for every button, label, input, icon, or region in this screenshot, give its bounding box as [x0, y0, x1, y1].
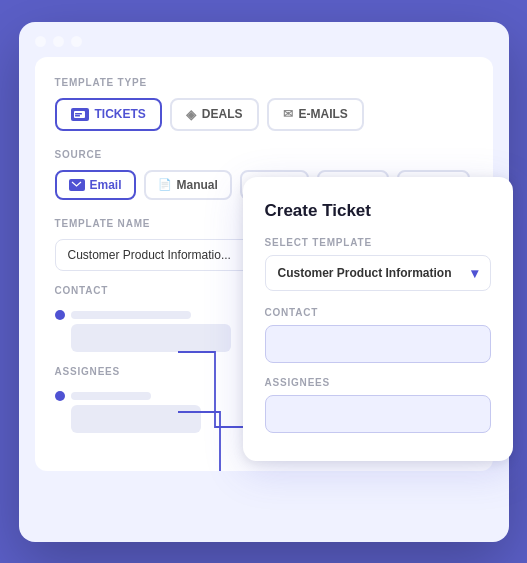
btn-tickets[interactable]: TICKETS	[55, 98, 162, 131]
emails-icon: ✉	[283, 107, 293, 121]
popup-template-select[interactable]: Customer Product Information ▾	[265, 255, 491, 291]
template-type-group: TICKETS ◈ DEALS ✉ E-MAILS	[55, 98, 473, 131]
contact-dot	[55, 310, 65, 320]
contact-label: CONTACT	[55, 285, 231, 296]
btn-manual-source[interactable]: 📄 Manual	[144, 170, 232, 200]
btn-emails-label: E-MAILS	[299, 107, 348, 121]
main-window: TEMPLATE TYPE TICKETS ◈ DEALS ✉ E-MAILS	[19, 22, 509, 542]
popup-template-value: Customer Product Information	[278, 266, 452, 280]
popup-assignees-input[interactable]	[265, 395, 491, 433]
tickets-icon	[71, 108, 89, 121]
chevron-down-icon: ▾	[471, 265, 478, 281]
popup-contact-input[interactable]	[265, 325, 491, 363]
titlebar-dot-1	[35, 36, 46, 47]
btn-manual-label: Manual	[177, 178, 218, 192]
assignees-skeleton	[71, 392, 151, 400]
titlebar	[19, 22, 509, 57]
manual-icon: 📄	[158, 178, 172, 191]
assignees-skeleton-block	[71, 405, 201, 433]
svg-rect-1	[75, 113, 82, 115]
popup-assignees-label: ASSIGNEES	[265, 377, 491, 388]
popup-contact-label: CONTACT	[265, 307, 491, 318]
btn-email-source[interactable]: Email	[55, 170, 136, 200]
contact-skeleton	[71, 311, 191, 319]
titlebar-dot-3	[71, 36, 82, 47]
deals-icon: ◈	[186, 107, 196, 122]
assignees-dot	[55, 391, 65, 401]
source-label: SOURCE	[55, 149, 473, 160]
popup-card: Create Ticket SELECT TEMPLATE Customer P…	[243, 177, 513, 461]
svg-rect-2	[75, 115, 80, 117]
template-type-label: TEMPLATE TYPE	[55, 77, 473, 88]
btn-deals[interactable]: ◈ DEALS	[170, 98, 259, 131]
btn-emails[interactable]: ✉ E-MAILS	[267, 98, 364, 131]
btn-deals-label: DEALS	[202, 107, 243, 121]
btn-tickets-label: TICKETS	[95, 107, 146, 121]
assignees-label: ASSIGNEES	[55, 366, 201, 377]
btn-email-source-label: Email	[90, 178, 122, 192]
contact-skeleton-block	[71, 324, 231, 352]
email-source-icon	[69, 179, 85, 191]
titlebar-dot-2	[53, 36, 64, 47]
main-panel: TEMPLATE TYPE TICKETS ◈ DEALS ✉ E-MAILS	[35, 57, 493, 471]
popup-select-template-label: SELECT TEMPLATE	[265, 237, 491, 248]
popup-title: Create Ticket	[265, 201, 491, 221]
